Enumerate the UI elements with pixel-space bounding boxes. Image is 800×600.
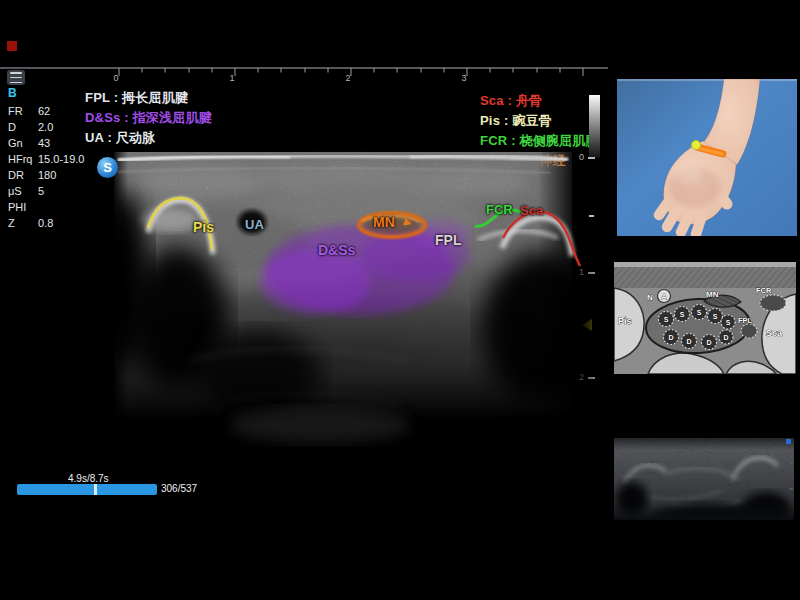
svg-text:D: D	[686, 338, 691, 345]
cine-frame-counter: 306/537	[161, 483, 197, 494]
svg-text:D: D	[706, 339, 711, 346]
menu-button[interactable]	[7, 70, 25, 85]
scan-label-ua: UA	[245, 217, 264, 232]
svg-text:S: S	[713, 313, 718, 320]
scan-label-pis: Pis	[193, 219, 214, 235]
hamburger-icon	[10, 72, 22, 74]
cine-playhead[interactable]	[94, 484, 97, 495]
diagram-label-fcr: FCR	[756, 286, 772, 295]
scan-label-fpl: FPL	[435, 232, 461, 248]
param-row: μS5	[8, 183, 108, 199]
probe-position-photo[interactable]	[617, 79, 797, 236]
scan-label-dss: D&Ss	[318, 242, 355, 258]
diagram-label-n: N	[647, 293, 653, 302]
vendor-logo: S	[97, 157, 118, 178]
svg-text:D: D	[668, 334, 673, 341]
scan-label-mn: MN	[373, 214, 395, 230]
scan-label-fcr: FCR	[486, 202, 513, 217]
svg-text:S: S	[664, 316, 669, 323]
param-row: Z0.8	[8, 215, 108, 231]
svg-text:D: D	[723, 334, 728, 341]
thumbnail-corner-marker	[786, 439, 791, 444]
diagram-label-pis: Pis	[618, 316, 632, 326]
record-indicator	[7, 41, 17, 51]
probe-marker-dot	[692, 141, 701, 150]
svg-text:S: S	[697, 309, 702, 316]
diagram-label-a: A	[661, 293, 666, 300]
scan-image	[110, 70, 606, 480]
svg-text:S: S	[726, 319, 731, 326]
param-row: HFrq15.0-19.0	[8, 151, 108, 167]
ultrasound-app: B FR62 D2.0 Gn43 HFrq15.0-19.0 DR180 μS5…	[0, 0, 800, 600]
param-row: DR180	[8, 167, 108, 183]
cine-progress-bar[interactable]	[17, 484, 157, 495]
reference-ultrasound-thumbnail[interactable]	[614, 438, 794, 520]
diagram-label-fpl: FPL	[738, 316, 753, 325]
diagram-label-mn: MN	[706, 290, 719, 299]
diagram-label-sca: Sca	[766, 328, 783, 338]
scan-label-sca: Sca	[520, 203, 543, 218]
cine-time-label: 4.9s/8.7s	[68, 473, 109, 484]
svg-text:S: S	[680, 311, 685, 318]
anatomy-diagram-thumbnail[interactable]: A N MN FCR FPL Pis Sca S S S S S D D D D	[614, 262, 796, 374]
param-row: PHI	[8, 199, 108, 215]
